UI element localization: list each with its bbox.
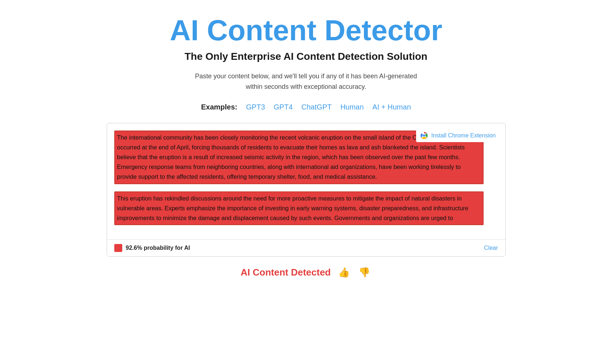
ai-indicator-square — [114, 244, 122, 252]
page-subtitle: The Only Enterprise AI Content Detection… — [185, 51, 427, 62]
example-gpt3[interactable]: GPT3 — [246, 103, 265, 111]
thumbs-up-button[interactable]: 👍 — [337, 267, 351, 278]
status-bar: 92.6% probability for AI Clear — [107, 239, 505, 256]
probability-info: 92.6% probability for AI — [114, 244, 190, 252]
examples-label: Examples: — [201, 103, 237, 111]
example-ai-human[interactable]: AI + Human — [373, 103, 411, 111]
content-box: Install Chrome Extension The internation… — [107, 123, 506, 257]
description-line2: within seconds with exceptional accuracy… — [246, 83, 366, 90]
page-wrapper: AI Content Detector The Only Enterprise … — [107, 15, 506, 278]
example-chatgpt[interactable]: ChatGPT — [301, 103, 332, 111]
page-description: Paste your content below, and we'll tell… — [195, 71, 417, 92]
probability-label: 92.6% probability for AI — [126, 245, 190, 251]
result-label: AI Content Detected — [241, 267, 330, 278]
thumbs-down-button[interactable]: 👎 — [357, 267, 371, 278]
page-title: AI Content Detector — [170, 15, 442, 46]
example-human[interactable]: Human — [340, 103, 363, 111]
text-content-area[interactable]: The international community has been clo… — [107, 123, 505, 239]
thumbs-up-icon: 👍 — [338, 267, 350, 278]
clear-button[interactable]: Clear — [484, 245, 498, 251]
description-line1: Paste your content below, and we'll tell… — [195, 73, 417, 80]
examples-row: Examples: GPT3 GPT4 ChatGPT Human AI + H… — [201, 103, 411, 111]
example-gpt4[interactable]: GPT4 — [274, 103, 293, 111]
paragraph-2: This eruption has rekindled discussions … — [114, 191, 484, 226]
paragraph-1: The international community has been clo… — [114, 131, 484, 184]
result-row: AI Content Detected 👍 👎 — [241, 267, 371, 278]
thumbs-down-icon: 👎 — [358, 267, 370, 278]
